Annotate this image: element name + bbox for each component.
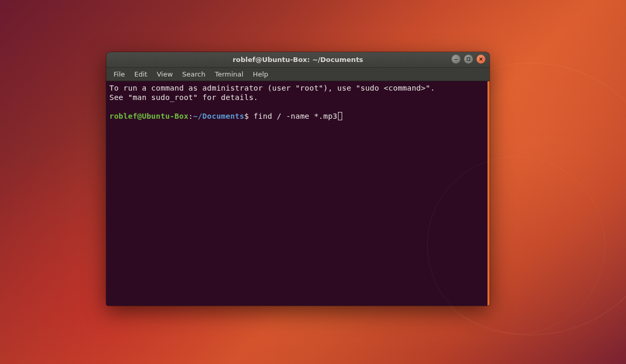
menu-view[interactable]: View: [153, 69, 177, 80]
motd-line-2: See "man sudo_root" for details.: [109, 93, 258, 102]
menubar: File Edit View Search Terminal Help: [106, 68, 490, 81]
menu-terminal[interactable]: Terminal: [210, 69, 247, 80]
close-button[interactable]: [477, 55, 485, 64]
menu-help[interactable]: Help: [248, 69, 272, 80]
minimize-icon: [454, 57, 458, 61]
terminal-output-area[interactable]: To run a command as administrator (user …: [106, 81, 490, 306]
prompt-colon: :: [189, 112, 193, 120]
menu-search[interactable]: Search: [178, 69, 210, 80]
svg-rect-1: [467, 58, 470, 60]
prompt-dollar: $: [244, 112, 249, 120]
close-icon: [479, 57, 483, 61]
scrollbar[interactable]: [487, 81, 490, 306]
window-controls: [452, 55, 485, 64]
maximize-icon: [466, 57, 471, 61]
motd-line-1: To run a command as administrator (user …: [109, 84, 435, 92]
menu-edit[interactable]: Edit: [130, 69, 152, 80]
prompt-user-host: roblef@Ubuntu-Box: [109, 112, 189, 120]
menu-file[interactable]: File: [109, 69, 129, 80]
maximize-button[interactable]: [464, 55, 473, 64]
window-title: roblef@Ubuntu-Box: ~/Documents: [106, 56, 490, 64]
minimize-button[interactable]: [452, 55, 460, 64]
prompt-path: ~/Documents: [193, 112, 244, 120]
text-cursor: [338, 112, 342, 120]
window-titlebar[interactable]: roblef@Ubuntu-Box: ~/Documents: [106, 52, 490, 68]
terminal-window: roblef@Ubuntu-Box: ~/Documents File Edit…: [106, 52, 490, 306]
command-input-text[interactable]: find / -name *.mp3: [249, 112, 337, 120]
